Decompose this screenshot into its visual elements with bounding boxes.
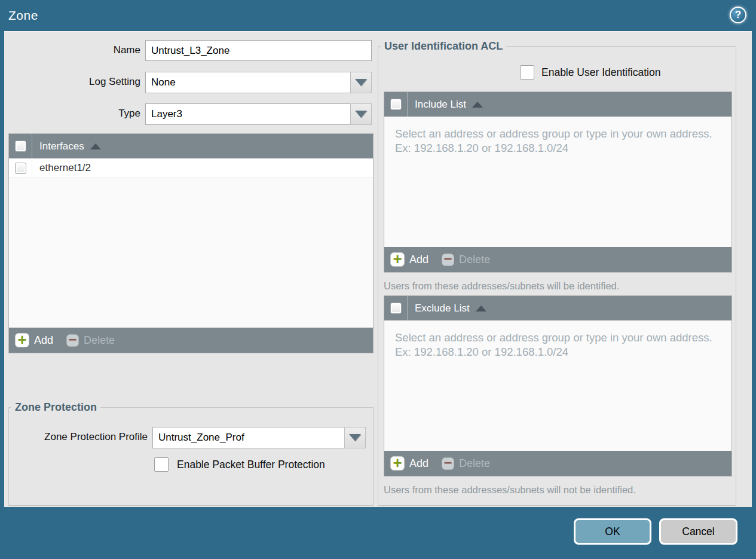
delete-button-label: Delete (459, 457, 490, 470)
row-checkbox-cell (9, 158, 32, 178)
minus-icon: − (442, 457, 454, 470)
type-dropdown-button[interactable] (350, 103, 372, 125)
zone-protection-legend: Zone Protection (11, 401, 100, 414)
plus-icon: + (15, 333, 29, 347)
cancel-button[interactable]: Cancel (659, 518, 737, 545)
exclude-list-header: Exclude List (384, 296, 731, 320)
delete-button-label: Delete (84, 334, 115, 347)
exclude-list-column-header[interactable]: Exclude List (415, 303, 470, 314)
add-button-label: Add (409, 253, 428, 266)
include-list-column-header[interactable]: Include List (415, 99, 466, 111)
interfaces-table-header: Interfaces (9, 134, 373, 158)
type-label: Type (4, 108, 140, 120)
packet-buffer-protection-label: Enable Packet Buffer Protection (177, 459, 325, 471)
log-setting-value[interactable]: None (145, 72, 350, 93)
interfaces-table-body: ethernet1/2 (9, 158, 373, 328)
enable-user-identification-checkbox[interactable] (520, 65, 534, 80)
enable-packet-buffer-protection-checkbox[interactable] (154, 457, 169, 472)
include-list-panel: Include List Select an address or addres… (384, 91, 732, 273)
add-button-label: Add (34, 334, 53, 347)
interface-row-checkbox[interactable] (15, 163, 26, 174)
table-row[interactable]: ethernet1/2 (9, 158, 373, 178)
name-input[interactable] (145, 40, 372, 61)
chevron-down-icon (349, 434, 361, 441)
include-list-header: Include List (384, 92, 731, 117)
delete-exclude-button[interactable]: − Delete (442, 457, 490, 470)
exclude-list-caption: Users from these addresses/subnets will … (384, 484, 636, 496)
zone-protection-profile-value[interactable]: Untrust_Zone_Prof (152, 427, 344, 448)
exclude-list-checkbox-cell (384, 296, 408, 320)
delete-button-label: Delete (459, 253, 490, 266)
interfaces-column-header[interactable]: Interfaces (39, 140, 84, 152)
plus-icon: + (390, 252, 405, 267)
minus-icon: − (66, 334, 79, 347)
exclude-list-body[interactable]: Select an address or address group or ty… (384, 320, 731, 451)
include-list-placeholder: Select an address or address group or ty… (384, 117, 731, 156)
delete-include-button[interactable]: − Delete (442, 253, 490, 266)
ok-button[interactable]: OK (574, 518, 651, 545)
add-include-button[interactable]: + Add (390, 252, 428, 267)
log-setting-dropdown[interactable]: None (145, 72, 372, 93)
add-interface-button[interactable]: + Add (15, 333, 53, 347)
interfaces-table: Interfaces ethernet1/2 + Add − De (8, 133, 374, 353)
sort-ascending-icon[interactable] (472, 102, 483, 108)
zone-protection-profile-dropdown[interactable]: Untrust_Zone_Prof (152, 427, 366, 448)
type-dropdown[interactable]: Layer3 (145, 103, 372, 125)
dialog-body: Name Log Setting None Type Layer3 Interf… (4, 31, 752, 507)
packet-buffer-protection-row: Enable Packet Buffer Protection (154, 457, 325, 472)
minus-icon: − (442, 253, 454, 266)
delete-interface-button[interactable]: − Delete (66, 334, 115, 347)
include-list-checkbox-cell (384, 92, 408, 117)
enable-user-identification-row: Enable User Identification (520, 65, 660, 80)
add-button-label: Add (409, 457, 428, 470)
enable-user-identification-label: Enable User Identification (541, 66, 660, 79)
user-identification-acl-legend: User Identification ACL (381, 40, 506, 53)
select-all-interfaces-checkbox[interactable] (15, 140, 26, 152)
sort-ascending-icon[interactable] (90, 143, 101, 149)
exclude-list-panel: Exclude List Select an address or addres… (384, 295, 732, 476)
help-icon[interactable]: ? (730, 7, 746, 23)
zone-protection-profile-dropdown-button[interactable] (344, 427, 366, 448)
chevron-down-icon (355, 79, 367, 86)
zone-protection-fieldset: Zone Protection (8, 401, 374, 506)
interface-name[interactable]: ethernet1/2 (39, 162, 91, 174)
interfaces-table-footer: + Add − Delete (9, 328, 373, 353)
select-all-exclude-checkbox[interactable] (390, 303, 402, 314)
select-all-include-checkbox[interactable] (390, 99, 402, 110)
zone-protection-profile-label: Zone Protection Profile (11, 431, 148, 443)
add-exclude-button[interactable]: + Add (390, 456, 428, 471)
zone-dialog-screen: Zone ? Name Log Setting None Type Layer3 (0, 0, 756, 559)
log-setting-dropdown-button[interactable] (350, 72, 372, 93)
dialog-title: Zone (8, 8, 38, 23)
type-value[interactable]: Layer3 (145, 103, 350, 125)
plus-icon: + (390, 456, 405, 471)
dialog-titlebar: Zone ? (0, 0, 756, 31)
include-list-footer: + Add − Delete (384, 247, 731, 272)
include-list-caption: Users from these addresses/subnets will … (384, 280, 619, 292)
exclude-list-placeholder: Select an address or address group or ty… (384, 320, 731, 360)
log-setting-label: Log Setting (4, 76, 140, 88)
name-label: Name (4, 44, 140, 56)
include-list-body[interactable]: Select an address or address group or ty… (384, 117, 731, 247)
sort-ascending-icon[interactable] (476, 306, 486, 311)
chevron-down-icon (355, 111, 367, 118)
interfaces-header-checkbox-cell (9, 134, 32, 158)
exclude-list-footer: + Add − Delete (384, 451, 731, 476)
